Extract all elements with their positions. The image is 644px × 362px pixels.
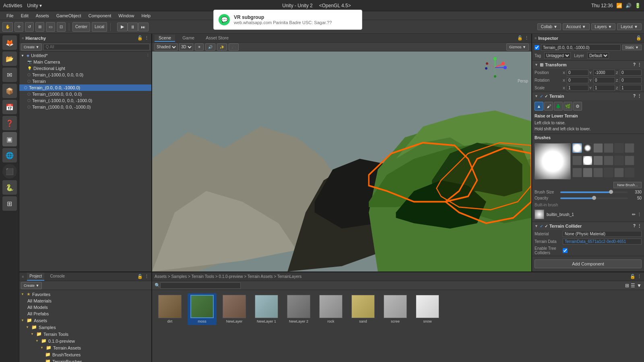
grid-view-icon[interactable]: ⊞ <box>625 283 629 288</box>
list-view-icon[interactable]: ☰ <box>631 283 635 288</box>
asset-browser-lock-icon[interactable]: 🔓 <box>630 274 636 279</box>
console-tab[interactable]: Console <box>47 273 67 281</box>
tree-item-terrain5[interactable]: ⬡ Terrain_(1000.0, 0.0, -1000.0) <box>19 104 151 110</box>
assets-item[interactable]: ▼ 📁 Assets <box>19 317 151 324</box>
brush-item-4[interactable] <box>614 143 624 153</box>
menu-component[interactable]: Component <box>85 12 114 19</box>
static-button[interactable]: Static ▼ <box>622 45 642 50</box>
opacity-track[interactable] <box>560 197 628 199</box>
space-button[interactable]: Local <box>92 22 107 32</box>
collider-menu[interactable]: ⋮ <box>637 224 642 229</box>
add-component-button[interactable]: Add Component <box>535 259 642 268</box>
brush-item-1[interactable] <box>583 143 592 153</box>
asset-moss[interactable]: moss <box>188 293 217 325</box>
terrain-tool-settings[interactable]: ⚙ <box>573 102 582 111</box>
brush-item-14[interactable] <box>593 168 603 177</box>
play-button[interactable]: ▶ <box>117 23 128 31</box>
tree-item-untitled[interactable]: ▼ ◈ Untitled* ⋮ <box>19 52 151 59</box>
tree-item-terrain-selected[interactable]: ⬡ Terrain_(0.0, 0.0, -1000.0) <box>19 84 151 91</box>
terrain-tool-paint[interactable]: 🖌 <box>544 102 553 111</box>
brush-item-2[interactable] <box>593 143 603 153</box>
pivot-button[interactable]: Center <box>72 22 90 32</box>
brush-item-13[interactable] <box>583 168 592 177</box>
position-z-input[interactable] <box>620 70 642 76</box>
account-button[interactable]: Account ▼ <box>563 23 590 30</box>
object-name-input[interactable] <box>541 44 621 51</box>
scale-tool[interactable]: ⊞ <box>35 22 44 32</box>
menu-edit[interactable]: Edit <box>18 12 32 19</box>
asset-browser-menu-icon[interactable]: ⋮ <box>637 274 642 279</box>
dock-unity[interactable]: ⬛ <box>2 164 17 179</box>
unity-menu[interactable]: Unity ▾ <box>27 3 42 8</box>
scene-camera-btn[interactable]: 🎥 <box>229 43 239 51</box>
tree-item-terrain1[interactable]: ⬡ Terrain_(-1000.0, 0.0, 0.0) <box>19 72 151 78</box>
tree-item-terrain4[interactable]: ⬡ Terrain_(-1000.0, 0.0, -1000.0) <box>19 97 151 104</box>
brush-item-16[interactable] <box>614 168 624 177</box>
dock-snake[interactable]: 🐍 <box>2 180 17 195</box>
gizmos-btn[interactable]: Gizmos ▼ <box>506 43 529 51</box>
project-lock-icon[interactable]: 🔓 <box>137 274 143 279</box>
terrain-brushes-item[interactable]: 📁 TerrainBrushes <box>19 358 151 362</box>
favorites-item[interactable]: ▼ ★ Favorites <box>19 291 151 298</box>
brush-size-thumb[interactable] <box>609 190 613 194</box>
asset-search-input[interactable] <box>160 282 241 289</box>
dock-firefox[interactable]: 🦊 <box>2 35 17 50</box>
filter-icon[interactable]: ▼ <box>637 283 642 288</box>
dock-terminal[interactable]: ▣ <box>2 132 17 146</box>
brush-item-5[interactable] <box>625 143 634 153</box>
brush-item-15[interactable] <box>604 168 613 177</box>
tree-item-maincamera[interactable]: 📷 Main Camera <box>19 59 151 65</box>
terrain-data-value[interactable]: TerrainData_6571a1c2-0ed0-4651 <box>563 239 642 245</box>
dock-calendar[interactable]: 📅 <box>2 100 17 114</box>
asset-rock[interactable]: rock <box>316 293 345 325</box>
brush-textures-item[interactable]: 📁 BrushTextures <box>19 351 151 358</box>
pause-button[interactable]: ⏸ <box>128 23 138 31</box>
all-models-item[interactable]: All Models <box>19 304 151 311</box>
asset-newlayer[interactable]: NewLayer <box>220 293 249 325</box>
opacity-thumb[interactable] <box>592 196 596 200</box>
asset-sand[interactable]: sand <box>349 293 378 325</box>
tree-item-dirlight[interactable]: 💡 Directional Light <box>19 65 151 72</box>
move-tool[interactable]: ✛ <box>14 22 23 32</box>
brush-item-8[interactable] <box>593 156 603 165</box>
rotation-x-input[interactable] <box>567 77 588 83</box>
dock-mail[interactable]: ✉ <box>2 68 17 82</box>
terrain-assets-item[interactable]: ▼ 📁 Terrain Assets <box>19 344 151 351</box>
tree-menu-icon[interactable]: ⋮ <box>146 53 150 58</box>
dock-help[interactable]: ❓ <box>2 116 17 130</box>
shading-dropdown[interactable]: Shaded <box>155 43 178 51</box>
hierarchy-search-input[interactable] <box>43 44 150 50</box>
game-tab[interactable]: Game <box>178 35 198 42</box>
asset-newlayer1[interactable]: NewLayer 1 <box>252 293 281 325</box>
dock-apps[interactable]: ⊞ <box>2 196 17 211</box>
dock-files[interactable]: 📂 <box>2 51 17 66</box>
terrain-collider-header[interactable]: ▼ ✓ ✓ Terrain Collider ? ⋮ <box>532 222 644 230</box>
terrain-tool-sculpt[interactable]: ▲ <box>535 102 543 111</box>
project-menu-icon2[interactable]: ⋮ <box>144 274 149 279</box>
brush-item-9[interactable] <box>604 156 613 165</box>
dock-software[interactable]: 📦 <box>2 84 17 98</box>
asset-newlayer2[interactable]: NewLayer 2 <box>284 293 313 325</box>
layout-button[interactable]: Layout ▼ <box>617 23 642 30</box>
scene-lock-icon[interactable]: 🔓 <box>517 35 523 41</box>
scale-x-input[interactable] <box>567 85 588 91</box>
transform-tool[interactable]: ⊡ <box>57 22 66 32</box>
scene-menu-icon[interactable]: ⋮ <box>524 35 529 41</box>
project-tab[interactable]: Project <box>27 273 44 281</box>
terrain-tools-item[interactable]: ▼ 📁 Terrain Tools <box>19 331 151 337</box>
project-create-btn[interactable]: Create ▼ <box>21 282 42 289</box>
terrain-tool-tree[interactable]: 🌲 <box>554 102 563 111</box>
activities-label[interactable]: Activities <box>3 3 22 8</box>
hand-tool[interactable]: ✋ <box>2 22 13 32</box>
lighting-toggle[interactable]: ☀ <box>195 43 204 51</box>
hierarchy-lock-icon[interactable]: 🔓 <box>137 35 143 41</box>
layers-button[interactable]: Layers ▼ <box>591 23 616 30</box>
brush-item-17[interactable] <box>625 168 634 177</box>
menu-file[interactable]: File <box>3 12 17 19</box>
notification-popup[interactable]: 💬 VR subgroup web.whatsapp.com Parinita … <box>213 10 362 30</box>
preview-item[interactable]: ▼ 📁 0.1.0-preview <box>19 337 151 344</box>
brush-item-0[interactable] <box>572 143 582 153</box>
asset-scree[interactable]: scree <box>381 293 410 325</box>
terrain-comp-info[interactable]: ? <box>633 94 636 99</box>
brush-item-12[interactable] <box>572 168 582 177</box>
